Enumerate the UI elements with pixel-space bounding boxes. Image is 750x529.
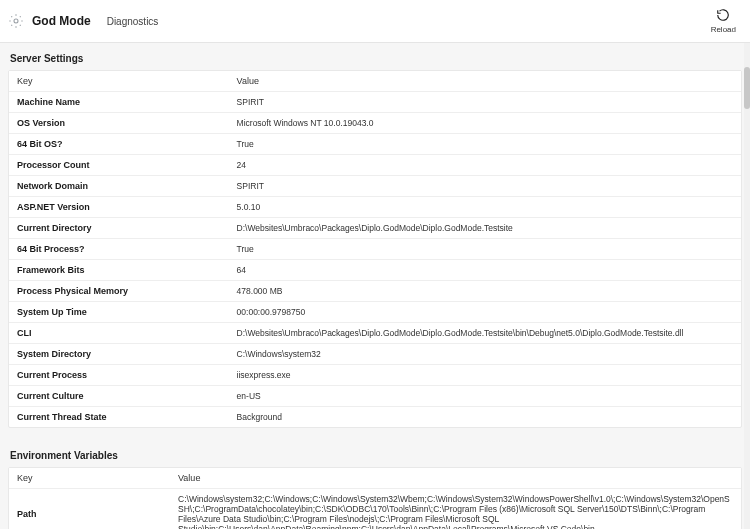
env-vars-table: Key Value PathC:\Windows\system32;C:\Win…	[9, 468, 741, 529]
table-row: Current Thread StateBackground	[9, 407, 741, 428]
cell-key: CLI	[9, 323, 229, 344]
col-value: Value	[170, 468, 741, 489]
cell-key: Framework Bits	[9, 260, 229, 281]
reload-icon	[716, 8, 730, 24]
breadcrumb: Diagnostics	[107, 16, 159, 27]
cell-value: C:\Windows\system32	[229, 344, 741, 365]
section-title-env-vars: Environment Variables	[6, 440, 744, 467]
col-key: Key	[9, 468, 170, 489]
table-row: PathC:\Windows\system32;C:\Windows;C:\Wi…	[9, 489, 741, 530]
col-key: Key	[9, 71, 229, 92]
cell-key: Path	[9, 489, 170, 530]
cell-value: D:\Websites\Umbraco\Packages\Diplo.GodMo…	[229, 218, 741, 239]
cell-key: System Directory	[9, 344, 229, 365]
cell-value: True	[229, 239, 741, 260]
table-row: ASP.NET Version5.0.10	[9, 197, 741, 218]
env-vars-panel: Key Value PathC:\Windows\system32;C:\Win…	[8, 467, 742, 529]
table-row: Current Cultureen-US	[9, 386, 741, 407]
topbar: God Mode Diagnostics Reload	[0, 0, 750, 43]
table-row: Framework Bits64	[9, 260, 741, 281]
table-row: Machine NameSPIRIT	[9, 92, 741, 113]
table-row: Current DirectoryD:\Websites\Umbraco\Pac…	[9, 218, 741, 239]
cell-key: Current Directory	[9, 218, 229, 239]
cell-value: SPIRIT	[229, 176, 741, 197]
app-title: God Mode	[32, 14, 91, 28]
table-row: 64 Bit Process?True	[9, 239, 741, 260]
cell-value: C:\Windows\system32;C:\Windows;C:\Window…	[170, 489, 741, 530]
cell-value: 64	[229, 260, 741, 281]
cell-key: System Up Time	[9, 302, 229, 323]
cell-value: Background	[229, 407, 741, 428]
cell-value: D:\Websites\Umbraco\Packages\Diplo.GodMo…	[229, 323, 741, 344]
cell-value: 00:00:00.9798750	[229, 302, 741, 323]
section-title-server-settings: Server Settings	[6, 43, 744, 70]
gear-icon	[8, 13, 24, 29]
cell-key: 64 Bit Process?	[9, 239, 229, 260]
scrollbar-track[interactable]	[744, 43, 750, 529]
cell-value: iisexpress.exe	[229, 365, 741, 386]
cell-key: Processor Count	[9, 155, 229, 176]
cell-value: 478.000 MB	[229, 281, 741, 302]
server-settings-panel: Key Value Machine NameSPIRITOS VersionMi…	[8, 70, 742, 428]
cell-key: Current Process	[9, 365, 229, 386]
table-row: Processor Count24	[9, 155, 741, 176]
cell-key: OS Version	[9, 113, 229, 134]
table-row: OS VersionMicrosoft Windows NT 10.0.1904…	[9, 113, 741, 134]
table-row: CLID:\Websites\Umbraco\Packages\Diplo.Go…	[9, 323, 741, 344]
table-row: System Up Time00:00:00.9798750	[9, 302, 741, 323]
reload-button[interactable]: Reload	[707, 6, 740, 36]
scrollbar-thumb[interactable]	[744, 67, 750, 109]
col-value: Value	[229, 71, 741, 92]
cell-value: Microsoft Windows NT 10.0.19043.0	[229, 113, 741, 134]
cell-key: Current Thread State	[9, 407, 229, 428]
table-header-row: Key Value	[9, 468, 741, 489]
table-row: Network DomainSPIRIT	[9, 176, 741, 197]
server-settings-table: Key Value Machine NameSPIRITOS VersionMi…	[9, 71, 741, 427]
cell-value: 24	[229, 155, 741, 176]
cell-key: Current Culture	[9, 386, 229, 407]
table-row: System DirectoryC:\Windows\system32	[9, 344, 741, 365]
topbar-left: God Mode Diagnostics	[8, 13, 158, 29]
table-row: 64 Bit OS?True	[9, 134, 741, 155]
cell-value: True	[229, 134, 741, 155]
cell-value: SPIRIT	[229, 92, 741, 113]
cell-key: Network Domain	[9, 176, 229, 197]
table-header-row: Key Value	[9, 71, 741, 92]
svg-point-0	[14, 19, 18, 23]
table-row: Current Processiisexpress.exe	[9, 365, 741, 386]
cell-value: en-US	[229, 386, 741, 407]
cell-value: 5.0.10	[229, 197, 741, 218]
content-area: Server Settings Key Value Machine NameSP…	[0, 43, 750, 529]
table-row: Process Physical Memory478.000 MB	[9, 281, 741, 302]
cell-key: 64 Bit OS?	[9, 134, 229, 155]
cell-key: Process Physical Memory	[9, 281, 229, 302]
cell-key: Machine Name	[9, 92, 229, 113]
reload-label: Reload	[711, 25, 736, 34]
cell-key: ASP.NET Version	[9, 197, 229, 218]
